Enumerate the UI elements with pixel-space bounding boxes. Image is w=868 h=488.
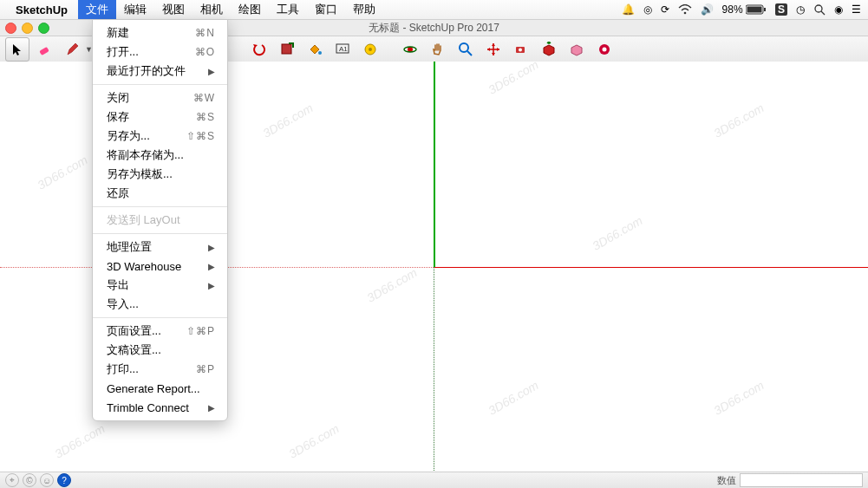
menu-item[interactable]: 导出▶ [93, 276, 227, 295]
svg-point-8 [318, 51, 322, 55]
svg-point-13 [408, 47, 413, 52]
menu-item[interactable]: 保存⌘S [93, 107, 227, 127]
menu-item: 发送到 LayOut [93, 211, 227, 230]
svg-point-18 [519, 49, 522, 52]
zoom-extents-icon[interactable] [481, 37, 506, 62]
paint-bucket-icon[interactable] [303, 37, 327, 62]
siri-icon[interactable]: ◉ [834, 3, 843, 16]
menu-item[interactable]: 新建⌘N [93, 23, 227, 42]
svg-point-12 [369, 48, 372, 51]
select-tool[interactable] [5, 37, 29, 62]
menubar-status: 🔔 ◎ ⟳ 🔊 98% S ◷ ◉ ☰ [622, 3, 861, 16]
make-component-icon[interactable] [275, 37, 299, 62]
green-axis-positive [434, 62, 435, 267]
notification-center-icon[interactable]: ☰ [852, 3, 861, 16]
file-menu-dropdown: 新建⌘N打开...⌘O最近打开的文件▶关闭⌘W保存⌘S另存为...⇧⌘S将副本存… [92, 19, 228, 421]
geo-icon[interactable]: ⌖ [5, 473, 19, 487]
pencil-tool[interactable] [61, 37, 85, 62]
notification-icon[interactable]: 🔔 [622, 3, 635, 16]
menu-item[interactable]: 打印...⌘P [93, 360, 227, 379]
orbit-icon[interactable] [398, 37, 422, 62]
menu-tools[interactable]: 工具 [269, 0, 307, 19]
user-icon[interactable]: ☺ [40, 473, 54, 487]
svg-point-15 [460, 43, 468, 52]
watermark: 3D66.com [486, 378, 540, 418]
menu-camera[interactable]: 相机 [193, 0, 231, 19]
menu-item[interactable]: 最近打开的文件▶ [93, 62, 227, 81]
svg-line-5 [821, 11, 825, 15]
zoom-traffic-light[interactable] [38, 23, 49, 34]
menu-draw[interactable]: 绘图 [231, 0, 269, 19]
watermark: 3D66.com [711, 378, 766, 418]
watermark: 3D66.com [711, 101, 766, 140]
menu-window[interactable]: 窗口 [307, 0, 345, 19]
svg-rect-6 [39, 47, 49, 55]
share-model-icon[interactable] [565, 37, 589, 62]
macos-menubar: SketchUp 文件 编辑 视图 相机 绘图 工具 窗口 帮助 🔔 ◎ ⟳ 🔊… [0, 0, 868, 20]
svg-rect-2 [747, 7, 761, 13]
get-models-icon[interactable] [537, 37, 561, 62]
menu-file[interactable]: 文件 [78, 0, 116, 19]
measurements-label: 数值 [717, 474, 736, 487]
menu-edit[interactable]: 编辑 [116, 0, 154, 19]
app-name[interactable]: SketchUp [16, 3, 68, 16]
svg-point-20 [602, 48, 606, 52]
svg-point-0 [683, 12, 686, 15]
svg-line-16 [467, 51, 472, 55]
close-traffic-light[interactable] [5, 23, 16, 34]
svg-text:A1: A1 [339, 45, 348, 53]
menu-item[interactable]: 页面设置...⇧⌘P [93, 322, 227, 341]
text-tool-icon[interactable]: A1 [330, 37, 355, 62]
menu-item[interactable]: Trimble Connect▶ [93, 398, 227, 417]
watermark: 3D66.com [286, 421, 341, 461]
menu-item[interactable]: 另存为模板... [93, 165, 227, 184]
watermark: 3D66.com [35, 153, 89, 192]
menu-view[interactable]: 视图 [154, 0, 193, 19]
creative-cloud-icon[interactable]: ◎ [643, 3, 652, 16]
clock-icon[interactable]: ◷ [796, 3, 805, 16]
watermark: 3D66.com [364, 265, 419, 305]
menu-item[interactable]: 导入... [93, 295, 227, 314]
position-camera-icon[interactable] [509, 37, 533, 62]
menu-item[interactable]: 文稿设置... [93, 341, 227, 360]
svg-point-4 [815, 5, 822, 12]
extension-warehouse-icon[interactable] [592, 37, 617, 62]
menu-item[interactable]: 另存为...⇧⌘S [93, 127, 227, 146]
watermark: 3D66.com [486, 62, 540, 97]
zoom-icon[interactable] [454, 37, 478, 62]
volume-icon[interactable]: 🔊 [701, 3, 714, 16]
tape-measure-icon[interactable] [358, 37, 382, 62]
svg-rect-3 [764, 8, 766, 11]
s-icon[interactable]: S [775, 3, 787, 16]
spotlight-icon[interactable] [813, 3, 826, 16]
menu-item[interactable]: 关闭⌘W [93, 88, 227, 107]
undo-icon[interactable] [247, 37, 271, 62]
credits-icon[interactable]: © [23, 473, 36, 487]
menu-item[interactable]: 打开...⌘O [93, 42, 227, 62]
green-axis-negative [434, 267, 434, 472]
menu-item[interactable]: 地理位置▶ [93, 237, 227, 257]
eraser-tool[interactable] [33, 37, 57, 62]
battery-status[interactable]: 98% [722, 3, 767, 16]
menu-item[interactable]: Generate Report... [93, 379, 227, 398]
menu-help[interactable]: 帮助 [345, 0, 383, 19]
menu-item[interactable]: 还原 [93, 184, 227, 203]
help-icon[interactable]: ? [57, 473, 71, 487]
menu-item[interactable]: 3D Warehouse▶ [93, 257, 227, 276]
pan-icon[interactable] [426, 37, 450, 62]
svg-rect-7 [282, 44, 291, 54]
watermark: 3D66.com [260, 101, 315, 140]
window-title: 无标题 - SketchUp Pro 2017 [369, 22, 499, 34]
measurements-input[interactable] [740, 473, 863, 487]
sync-icon[interactable]: ⟳ [661, 3, 669, 16]
status-bar: ⌖ © ☺ ? 数值 [0, 472, 868, 488]
watermark: 3D66.com [590, 213, 644, 253]
menu-item[interactable]: 将副本存储为... [93, 146, 227, 165]
minimize-traffic-light[interactable] [22, 23, 33, 34]
watermark: 3D66.com [52, 421, 107, 461]
wifi-icon[interactable] [678, 4, 692, 15]
